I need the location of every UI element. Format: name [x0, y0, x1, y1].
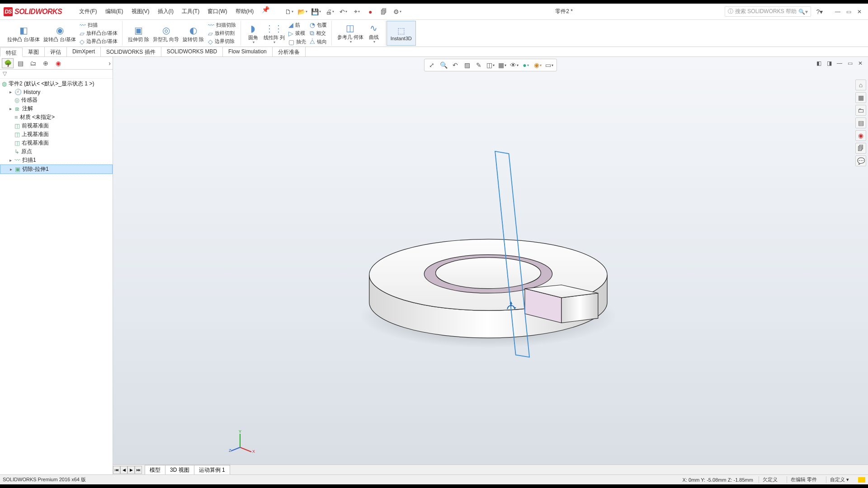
boundary-boss-button[interactable]: ◇边界凸台/基体	[78, 38, 119, 46]
revolve-cut-button[interactable]: ◐旋转切 除	[181, 21, 206, 46]
status-editing: 在编辑 零件	[787, 476, 821, 483]
titlebar: DS SOLIDWORKS 文件(F) 编辑(E) 视图(V) 插入(I) 工具…	[0, 4, 868, 20]
tab-last[interactable]: ⏭	[135, 466, 142, 474]
tab-sketch[interactable]: 草图	[23, 47, 45, 56]
search-icon: 🔍▾	[798, 9, 808, 15]
display-manager-tab[interactable]: ◉	[52, 58, 64, 68]
revolve-boss-button[interactable]: ◉旋转凸 台/基体	[42, 21, 78, 46]
bottom-tab-model[interactable]: 模型	[145, 465, 165, 475]
tree-history[interactable]: ▸🕘History	[0, 88, 113, 96]
bottom-tab-motion1[interactable]: 运动算例 1	[194, 465, 230, 475]
tab-flow-simulation[interactable]: Flow Simulation	[223, 47, 273, 56]
print-button[interactable]: 🖨▾	[324, 6, 335, 17]
menu-window[interactable]: 窗口(W)	[204, 6, 231, 17]
property-manager-tab[interactable]: ▤	[14, 58, 26, 68]
ref-geometry-button[interactable]: ◫参考几 何体	[335, 22, 365, 45]
pin-icon[interactable]: 📌	[262, 6, 269, 17]
feature-manager-panel: 🌳 ▤ 🗂 ⊕ ◉ › ▽ ◍零件2 (默认< <默认>_显示状态 1 >) ▸…	[0, 57, 113, 474]
lofted-cut-button[interactable]: ▱放样切割	[206, 29, 238, 38]
hole-wizard-button[interactable]: ◎异型孔 向导	[151, 21, 181, 46]
tab-analysis-prep[interactable]: 分析准备	[273, 47, 306, 56]
model-render	[113, 57, 868, 474]
boundary-cut-button[interactable]: ◇边界切除	[206, 38, 238, 46]
shell-button[interactable]: ▢抽壳	[287, 38, 308, 46]
status-custom[interactable]: 自定义 ▾	[826, 476, 853, 483]
file-props-button[interactable]: 🗐	[378, 6, 390, 17]
options-button[interactable]: ⚙▾	[392, 6, 403, 17]
lofted-boss-button[interactable]: ▱放样凸台/基体	[78, 29, 119, 38]
document-title: 零件2 *	[555, 8, 573, 15]
menu-tools[interactable]: 工具(T)	[178, 6, 203, 17]
open-doc-button[interactable]: 📂▾	[297, 6, 308, 17]
bottom-tab-3dview[interactable]: 3D 视图	[165, 465, 194, 475]
panel-expand-icon[interactable]: ›	[108, 60, 111, 67]
title-right: ⓘ 搜索 SOLIDWORKS 帮助 🔍▾ ?▾ — ▭ ✕	[725, 6, 864, 17]
wrap-button[interactable]: ◔包覆	[308, 21, 329, 29]
extrude-cut-button[interactable]: ▣拉伸切 除	[126, 21, 151, 46]
manager-tabs: 🌳 ▤ 🗂 ⊕ ◉ ›	[0, 57, 113, 70]
draft-button[interactable]: ▷拔模	[287, 29, 308, 38]
filter-row[interactable]: ▽	[0, 70, 113, 79]
tree-origin[interactable]: ↳原点	[0, 147, 113, 156]
linear-pattern-button[interactable]: ⋮⋮线性阵 列	[262, 21, 287, 46]
intersect-button[interactable]: ⧉相交	[308, 29, 329, 38]
extrude-boss-button[interactable]: ◧拉伸凸 台/基体	[5, 21, 42, 46]
help-dropdown[interactable]: ?▾	[814, 6, 826, 17]
app-name: SOLIDWORKS	[14, 8, 62, 16]
rebuild-button[interactable]: ●	[364, 6, 376, 17]
save-button[interactable]: 💾▾	[310, 6, 322, 17]
search-help-box[interactable]: ⓘ 搜索 SOLIDWORKS 帮助 🔍▾	[725, 6, 811, 17]
tree-sensors[interactable]: ◎传感器	[0, 96, 113, 104]
curves-button[interactable]: ∿曲线	[365, 22, 382, 45]
window-controls: — ▭ ✕	[833, 7, 864, 16]
graphics-viewport[interactable]: ⤢ 🔍 ↶ ▨ ✎ ◫▾ ▦▾ 👁▾ ●▾ ◉▾ ▭▾ ◧ ◨ — ▭ ✕ ⌂ …	[113, 57, 868, 474]
swept-cut-button[interactable]: 〰扫描切除	[206, 21, 238, 29]
menu-view[interactable]: 视图(V)	[128, 6, 153, 17]
feature-tree-tab[interactable]: 🌳	[2, 58, 14, 68]
tree-cut-extrude1[interactable]: ▸▣切除-拉伸1	[0, 164, 113, 174]
dimxpert-manager-tab[interactable]: ⊕	[40, 58, 52, 68]
menu-file[interactable]: 文件(F)	[75, 6, 100, 17]
close-button[interactable]: ✕	[854, 7, 864, 16]
logo-icon: DS	[4, 7, 13, 16]
tree-front-plane[interactable]: ◫前视基准面	[0, 122, 113, 130]
fillet-button[interactable]: ◗圆角	[245, 21, 262, 46]
command-tab-strip: 特征 草图 评估 DimXpert SOLIDWORKS 插件 SOLIDWOR…	[0, 47, 868, 57]
mirror-button[interactable]: ⧊镜向	[308, 38, 329, 46]
rib-button[interactable]: ◢筋	[287, 21, 308, 29]
swept-boss-button[interactable]: 〰扫描	[78, 21, 119, 29]
menu-edit[interactable]: 编辑(E)	[102, 6, 127, 17]
tree-top-plane[interactable]: ◫上视基准面	[0, 130, 113, 139]
tab-first[interactable]: ⏮	[113, 466, 120, 474]
tab-evaluate[interactable]: 评估	[45, 47, 67, 56]
menu-help[interactable]: 帮助(H)	[232, 6, 258, 17]
quick-access-toolbar: 🗋▾ 📂▾ 💾▾ 🖨▾ ↶▾ ⌖▾ ● 🗐 ⚙▾	[283, 6, 403, 17]
status-flag-icon[interactable]	[858, 477, 865, 483]
ribbon: ◧拉伸凸 台/基体 ◉旋转凸 台/基体 〰扫描 ▱放样凸台/基体 ◇边界凸台/基…	[0, 20, 868, 47]
configuration-manager-tab[interactable]: 🗂	[27, 58, 39, 68]
tab-dimxpert[interactable]: DimXpert	[67, 47, 101, 56]
tab-features[interactable]: 特征	[0, 47, 23, 57]
maximize-button[interactable]: ▭	[844, 7, 854, 16]
new-doc-button[interactable]: 🗋▾	[283, 6, 295, 17]
undo-button[interactable]: ↶▾	[337, 6, 349, 17]
tree-sweep1[interactable]: ▸〰扫描1	[0, 156, 113, 164]
tree-root[interactable]: ◍零件2 (默认< <默认>_显示状态 1 >)	[0, 80, 113, 88]
status-coords: X: 0mm Y: -5.08mm Z: -1.85mm	[683, 477, 753, 483]
app-logo: DS SOLIDWORKS	[4, 7, 62, 16]
select-button[interactable]: ⌖▾	[351, 6, 363, 17]
tab-prev[interactable]: ◀	[120, 466, 127, 474]
orientation-triad[interactable]: Y X Z	[229, 429, 256, 456]
tree-right-plane[interactable]: ◫右视基准面	[0, 139, 113, 147]
instant3d-button[interactable]: ⬚Instant3D	[387, 21, 416, 46]
tab-solidworks-mbd[interactable]: SOLIDWORKS MBD	[161, 47, 223, 56]
minimize-button[interactable]: —	[833, 7, 843, 16]
status-version: SOLIDWORKS Premium 2016 x64 版	[3, 476, 86, 483]
tab-solidworks-addins[interactable]: SOLIDWORKS 插件	[101, 47, 161, 56]
tab-next[interactable]: ▶	[127, 466, 135, 474]
menu-insert[interactable]: 插入(I)	[154, 6, 177, 17]
search-placeholder: 搜索 SOLIDWORKS 帮助	[735, 8, 797, 15]
tree-material[interactable]: ≡材质 <未指定>	[0, 113, 113, 122]
status-under-defined: 欠定义	[759, 476, 781, 483]
tree-annotations[interactable]: ▸🗈注解	[0, 104, 113, 113]
